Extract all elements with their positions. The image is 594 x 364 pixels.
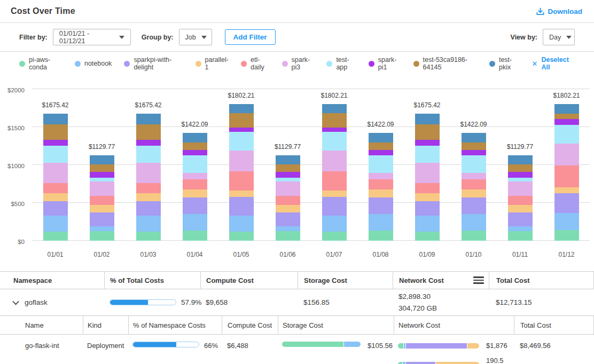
stacked-bar-01/11[interactable] xyxy=(508,155,533,241)
chevron-down-icon[interactable] xyxy=(12,298,19,305)
x-axis-tick: 01/02 xyxy=(79,251,125,258)
storage-cost-bar xyxy=(282,342,361,347)
bar-segment-spark-pi3 xyxy=(276,181,300,196)
minibar-segment xyxy=(467,343,479,349)
bar-segment-spark-pi3 xyxy=(183,173,207,179)
stacked-bar-01/03[interactable] xyxy=(136,114,161,241)
workload-name[interactable]: go-flask-int xyxy=(0,335,83,364)
legend-item[interactable]: pi-aws-conda xyxy=(19,56,62,71)
col-compute-inner: Compute Cost xyxy=(222,316,278,334)
bar-segment-etl-daily xyxy=(43,183,68,193)
legend-item[interactable]: spark-pi1 xyxy=(369,56,401,71)
bar-segment-test-53ca9186-64145 xyxy=(415,124,440,140)
bar-segment-spark-pi1 xyxy=(322,128,347,132)
bar-segment-pi-aws-conda xyxy=(43,232,68,241)
date-range-select[interactable]: 01/01/21 - 01/12/21 xyxy=(53,29,131,45)
group-by-value: Job xyxy=(185,34,196,41)
bar-segment-pi-aws-conda xyxy=(369,231,393,241)
stacked-bar-01/04[interactable] xyxy=(183,133,207,241)
card-header: Cost Over Time Download xyxy=(0,0,594,23)
minibar-segment xyxy=(404,343,405,349)
bar-segment-test-53ca9186-64145 xyxy=(276,164,300,172)
namespace-cell: goflask xyxy=(0,289,104,315)
bar-segment-test-pkix xyxy=(43,114,68,124)
add-filter-button[interactable]: Add Filter xyxy=(225,29,276,45)
legend-item[interactable]: parallel-1 xyxy=(196,56,229,71)
bar-segment-test-pkix xyxy=(462,133,486,143)
stacked-bar-01/06[interactable] xyxy=(276,155,300,241)
legend-item[interactable]: spark-pi3 xyxy=(282,56,315,71)
bar-segment-test-app xyxy=(229,132,254,151)
bar-segment-parallel-1 xyxy=(43,193,68,201)
bar-segment-test-53ca9186-64145 xyxy=(43,124,68,140)
stacked-bar-01/10[interactable] xyxy=(462,133,486,241)
download-icon xyxy=(536,7,544,15)
deselect-all-button[interactable]: ✕ Deselect All xyxy=(532,56,575,71)
bar-slot: $1129.7701/06 xyxy=(264,89,311,241)
view-by-select[interactable]: Day xyxy=(543,29,575,45)
bar-segment-spark-pi3 xyxy=(136,163,161,183)
network-cost-inner-cell: $1,876 190.5 TB xyxy=(394,335,514,364)
legend-swatch-icon xyxy=(326,61,332,67)
bar-segment-sparkpi-with-delight xyxy=(415,201,440,216)
legend-items: pi-aws-condanotebooksparkpi-with-delight… xyxy=(19,56,520,71)
legend-swatch-icon xyxy=(413,61,419,67)
stacked-bar-01/08[interactable] xyxy=(369,133,393,241)
stacked-bar-01/02[interactable] xyxy=(90,155,114,241)
caret-down-icon xyxy=(119,36,124,39)
legend-item[interactable]: test-pkix xyxy=(489,56,520,71)
legend-swatch-icon xyxy=(124,61,130,67)
bar-segment-sparkpi-with-delight xyxy=(90,212,114,226)
bar-segment-spark-pi3 xyxy=(43,163,68,183)
legend-item[interactable]: etl-daily xyxy=(241,56,270,71)
col-network-inner: Network Cost xyxy=(394,316,514,334)
namespace-name[interactable]: goflask xyxy=(25,298,48,306)
bar-segment-spark-pi1 xyxy=(90,172,114,178)
legend-item[interactable]: test-53ca9186-64145 xyxy=(413,56,477,71)
bar-segment-notebook xyxy=(90,226,114,231)
stacked-bar-01/05[interactable] xyxy=(229,104,254,241)
bar-slot: $1422.0901/04 xyxy=(171,89,218,241)
bar-segment-spark-pi1 xyxy=(229,128,254,132)
column-menu-icon[interactable] xyxy=(473,276,484,284)
bar-segment-notebook xyxy=(508,226,533,231)
workload-table-header: Name Kind % of Namespace Costs Compute C… xyxy=(0,315,594,335)
legend-item[interactable]: notebook xyxy=(75,60,112,67)
pct-total-cell: 57.9% xyxy=(104,289,200,315)
controls-bar: Filter by: 01/01/21 - 01/12/21 Group by:… xyxy=(0,23,594,52)
minibar-segment xyxy=(403,362,405,364)
bar-segment-sparkpi-with-delight xyxy=(369,197,393,214)
bar-segment-test-pkix xyxy=(183,133,207,143)
download-button[interactable]: Download xyxy=(536,7,583,15)
x-axis-tick: 01/08 xyxy=(357,251,404,258)
namespace-table-header: Namespace % of Total Costs Compute Cost … xyxy=(0,271,594,289)
group-by-select[interactable]: Job xyxy=(179,29,212,45)
bar-segment-spark-pi1 xyxy=(136,140,161,145)
bar-segment-etl-daily xyxy=(508,196,533,204)
bar-segment-test-pkix xyxy=(369,133,393,143)
download-label: Download xyxy=(548,7,583,15)
bar-segment-test-pkix xyxy=(554,104,579,114)
bar-segment-test-53ca9186-64145 xyxy=(462,143,486,150)
minibar-segment xyxy=(344,342,361,347)
stacked-bar-01/12[interactable] xyxy=(554,104,579,241)
bar-slot: $1129.7701/02 xyxy=(79,89,125,241)
stacked-bar-01/09[interactable] xyxy=(415,114,440,241)
bar-segment-spark-pi1 xyxy=(415,140,440,145)
stacked-bar-01/07[interactable] xyxy=(322,104,347,241)
bar-segment-notebook xyxy=(183,214,207,231)
col-name: Name xyxy=(0,316,83,334)
col-compute: Compute Cost xyxy=(200,272,298,289)
caret-down-icon xyxy=(201,36,207,39)
x-axis-tick: 01/07 xyxy=(311,251,357,258)
bar-segment-etl-daily xyxy=(462,179,486,189)
legend-item[interactable]: test-app xyxy=(326,56,356,71)
legend-swatch-icon xyxy=(19,61,25,67)
network-usage-value: 304,720 GB xyxy=(398,303,437,314)
stacked-bar-01/01[interactable] xyxy=(43,114,68,241)
date-range-value: 01/01/21 - 01/12/21 xyxy=(59,30,114,45)
bar-segment-etl-daily xyxy=(322,171,347,191)
bar-segment-test-pkix xyxy=(136,114,161,124)
legend-item[interactable]: sparkpi-with-delight xyxy=(124,56,183,71)
cost-over-time-chart: $1675.4201/01$1129.7701/02$1675.4201/03$… xyxy=(0,75,594,271)
